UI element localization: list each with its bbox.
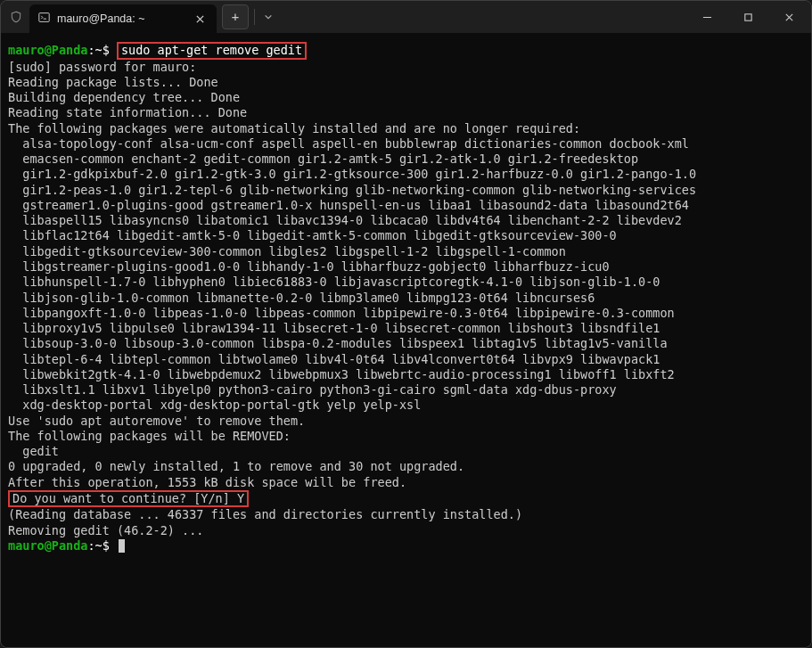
terminal-output[interactable]: mauro@Panda:~$ sudo apt-get remove gedit… — [1, 33, 811, 648]
output-line: Reading package lists... Done — [8, 75, 218, 89]
output-line: (Reading database ... 46337 files and di… — [8, 507, 522, 521]
shield-icon — [3, 11, 29, 23]
package-list-line: alsa-topology-conf alsa-ucm-conf aspell … — [8, 136, 804, 152]
package-list-line: libgedit-gtksourceview-300-common libgle… — [8, 244, 804, 259]
svg-rect-1 — [744, 13, 750, 20]
package-list-line: gstreamer1.0-plugins-good gstreamer1.0-x… — [8, 198, 804, 213]
window-titlebar: mauro@Panda: ~ + — [1, 1, 811, 33]
package-list-line: libpangoxft-1.0-0 libpeas-1.0-0 libpeas-… — [8, 306, 804, 321]
package-list-line: libhunspell-1.7-0 libhyphen0 libiec61883… — [8, 275, 804, 290]
package-list-line: libtepl-6-4 libtepl-common libtwolame0 l… — [8, 352, 804, 367]
minimize-button[interactable] — [686, 1, 727, 33]
prompt-path: :~$ — [87, 43, 117, 57]
output-line: 0 upgraded, 0 newly installed, 1 to remo… — [8, 459, 464, 473]
output-line: After this operation, 1553 kB disk space… — [8, 475, 406, 489]
terminal-tab[interactable]: mauro@Panda: ~ — [29, 4, 217, 33]
package-list-line: gir1.2-gdkpixbuf-2.0 gir1.2-gtk-3.0 gir1… — [8, 167, 804, 182]
output-line: Use 'sudo apt autoremove' to remove them… — [8, 414, 305, 428]
prompt-user-host: mauro@Panda — [8, 538, 87, 553]
package-list-line: libproxy1v5 libpulse0 libraw1394-11 libs… — [8, 321, 804, 336]
output-line: Removing gedit (46.2-2) ... — [8, 523, 203, 537]
command-text: sudo apt-get remove gedit — [121, 43, 302, 57]
svg-rect-0 — [39, 13, 49, 22]
package-list-line: emacsen-common enchant-2 gedit-common gi… — [8, 152, 804, 167]
package-list-line: libaspell15 libasyncns0 libatomic1 libav… — [8, 213, 804, 228]
prompt-path: :~$ — [87, 538, 117, 553]
package-list-line: gir1.2-peas-1.0 gir1.2-tepl-6 glib-netwo… — [8, 183, 804, 198]
tab-title: mauro@Panda: ~ — [57, 12, 185, 25]
new-tab-button[interactable]: + — [222, 4, 249, 29]
package-remove-line: gedit — [8, 444, 804, 459]
confirm-text: Do you want to continue? [Y/n] Y — [12, 491, 244, 505]
package-list-line: libwebkit2gtk-4.1-0 libwebpdemux2 libweb… — [8, 367, 804, 382]
close-button[interactable] — [768, 1, 809, 33]
output-line: Reading state information... Done — [8, 105, 247, 119]
tab-close-button[interactable] — [192, 11, 208, 27]
highlighted-confirm: Do you want to continue? [Y/n] Y — [8, 490, 249, 508]
tab-divider — [254, 9, 255, 25]
package-list-line: xdg-desktop-portal xdg-desktop-portal-gt… — [8, 398, 804, 413]
highlighted-command: sudo apt-get remove gedit — [117, 42, 307, 60]
maximize-button[interactable] — [727, 1, 768, 33]
output-line: Building dependency tree... Done — [8, 90, 240, 104]
package-list-line: libsoup-3.0-0 libsoup-3.0-common libspa-… — [8, 336, 804, 351]
terminal-cursor — [119, 539, 125, 553]
package-list-line: libjson-glib-1.0-common libmanette-0.2-0… — [8, 291, 804, 306]
prompt-user-host: mauro@Panda — [8, 43, 87, 57]
tab-dropdown-button[interactable] — [258, 12, 278, 21]
package-list-line: libgstreamer-plugins-good1.0-0 libhandy-… — [8, 259, 804, 275]
package-list-line: libflac12t64 libgedit-amtk-5-0 libgedit-… — [8, 228, 804, 243]
output-line: [sudo] password for mauro: — [8, 60, 196, 74]
package-list-line: libxslt1.1 libxv1 libyelp0 python3-cairo… — [8, 382, 804, 398]
output-line: The following packages will be REMOVED: — [8, 429, 291, 443]
output-line: The following packages were automaticall… — [8, 121, 580, 135]
terminal-icon — [38, 12, 50, 26]
